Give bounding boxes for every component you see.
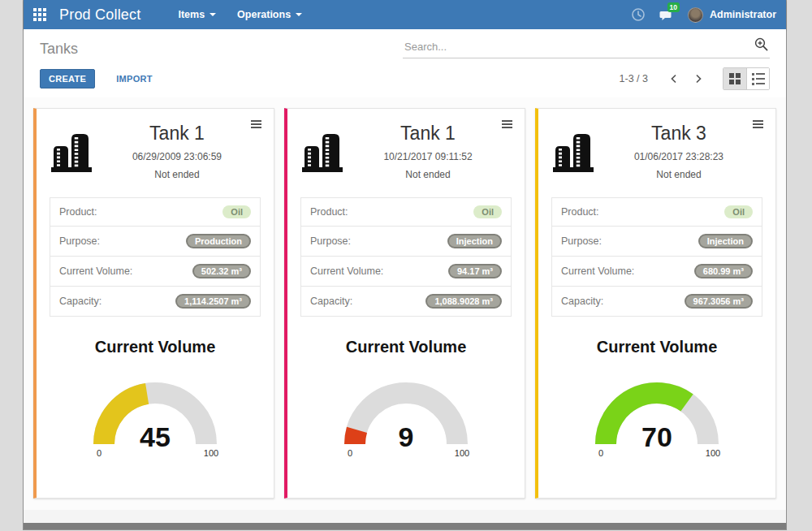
control-panel: Tanks Search... CREATE IMPORT 1-3 / 3 (24, 29, 786, 97)
menu-items[interactable]: Items (178, 9, 216, 20)
search-input[interactable]: Search... (403, 37, 770, 58)
pager-next-icon[interactable] (693, 73, 703, 84)
field-value-badge: Oil (724, 205, 753, 218)
field-row: Product:Oil (50, 198, 260, 227)
card-header: Tank 3 01/06/2017 23:28:23 Not ended (538, 109, 775, 180)
apps-grid-icon[interactable] (33, 8, 46, 21)
gauge-title: Current Volume (287, 338, 525, 356)
list-view-button[interactable] (746, 68, 769, 89)
gauge-min-label: 0 (598, 448, 603, 458)
tank-datetime: 06/29/2009 23:06:59 (93, 151, 261, 162)
nav-menus: Items Operations (178, 9, 302, 20)
card-header: Tank 1 10/21/2017 09:11:52 Not ended (287, 109, 525, 180)
view-switcher (723, 67, 770, 90)
field-row: Current Volume:502.32 m³ (50, 257, 260, 287)
import-link[interactable]: IMPORT (116, 74, 153, 84)
field-label: Purpose: (59, 235, 100, 247)
kanban-background (24, 510, 786, 523)
menu-operations[interactable]: Operations (237, 9, 302, 20)
navbar-right: 10 Administrator (631, 7, 776, 23)
field-label: Product: (310, 206, 348, 218)
field-value-badge: 967.3056 m³ (685, 294, 753, 309)
field-row: Current Volume:94.17 m³ (301, 257, 511, 287)
pager-range[interactable]: 1-3 / 3 (620, 73, 648, 84)
field-row: Purpose:Production (50, 227, 260, 257)
bottom-scrollbar[interactable] (24, 523, 786, 529)
field-value-badge: 1,114.2507 m³ (175, 294, 251, 309)
field-label: Capacity: (561, 296, 603, 307)
messages-icon[interactable]: 10 (659, 7, 675, 22)
list-icon (752, 73, 765, 85)
tank-icon (50, 128, 93, 175)
field-row: Product:Oil (301, 198, 511, 227)
pager-previous-icon[interactable] (669, 73, 679, 84)
field-label: Current Volume: (561, 266, 634, 277)
tank-icon (551, 128, 595, 175)
gauge-max-label: 100 (204, 448, 218, 458)
search-plus-icon[interactable] (754, 37, 768, 54)
tank-title: Tank 3 (595, 123, 762, 145)
avatar (688, 7, 703, 23)
tank-status: Not ended (93, 169, 261, 180)
tank-datetime: 01/06/2017 23:28:23 (595, 151, 762, 162)
field-value-badge: 1,088.9028 m³ (425, 294, 502, 309)
gauge-title: Current Volume (37, 338, 274, 356)
field-list: Product:OilPurpose:ProductionCurrent Vol… (50, 197, 261, 317)
field-row: Capacity:1,114.2507 m³ (50, 287, 260, 316)
tank-card[interactable]: Tank 1 06/29/2009 23:06:59 Not ended Pro… (33, 108, 274, 499)
page-title: Tanks (40, 41, 78, 58)
field-value-badge: Oil (222, 205, 251, 218)
gauge-max-label: 100 (706, 448, 720, 458)
field-list: Product:OilPurpose:InjectionCurrent Volu… (551, 197, 762, 317)
search-placeholder: Search... (404, 41, 447, 53)
menu-operations-label: Operations (237, 9, 291, 20)
field-value-badge: 94.17 m³ (448, 264, 502, 278)
field-value-badge: Production (186, 234, 251, 248)
gauge-min-label: 0 (97, 448, 102, 458)
kanban-view-button[interactable] (723, 68, 746, 89)
card-menu-icon[interactable] (499, 118, 515, 131)
field-label: Product: (561, 206, 599, 218)
gauge-value: 45 (140, 421, 171, 452)
app-window: Prod Collect Items Operations (23, 0, 787, 530)
field-label: Capacity: (59, 296, 102, 307)
app-title: Prod Collect (59, 6, 140, 24)
field-label: Purpose: (561, 235, 602, 247)
gauge-min-label: 0 (348, 448, 352, 458)
field-label: Current Volume: (310, 266, 383, 277)
card-menu-icon[interactable] (248, 118, 264, 131)
menu-items-label: Items (178, 9, 205, 20)
user-menu[interactable] (688, 7, 703, 23)
field-row: Purpose:Injection (552, 227, 762, 257)
gauge-chart: 45 0 100 (74, 363, 236, 459)
field-row: Capacity:967.3056 m³ (552, 287, 762, 316)
tank-card[interactable]: Tank 1 10/21/2017 09:11:52 Not ended Pro… (284, 108, 525, 499)
tank-card[interactable]: Tank 3 01/06/2017 23:28:23 Not ended Pro… (535, 108, 776, 499)
gauge-value: 9 (399, 421, 414, 452)
field-value-badge: Injection (447, 234, 502, 248)
card-menu-icon[interactable] (750, 118, 766, 131)
gauge-chart: 9 0 100 (325, 363, 487, 459)
top-navbar: Prod Collect Items Operations (24, 0, 786, 29)
tank-title: Tank 1 (93, 123, 261, 145)
gauge-chart: 70 0 100 (576, 363, 738, 459)
field-label: Product: (59, 206, 97, 218)
tank-status: Not ended (344, 169, 512, 180)
field-row: Purpose:Injection (301, 227, 511, 257)
gauge-value: 70 (641, 421, 672, 452)
field-label: Current Volume: (59, 266, 132, 277)
field-row: Current Volume:680.99 m³ (552, 257, 762, 287)
content-area: Tank 1 06/29/2009 23:06:59 Not ended Pro… (24, 97, 786, 529)
gauge-title: Current Volume (538, 338, 775, 356)
field-list: Product:OilPurpose:InjectionCurrent Volu… (300, 197, 512, 317)
tank-datetime: 10/21/2017 09:11:52 (344, 151, 512, 162)
create-button[interactable]: CREATE (40, 69, 95, 88)
kanban-icon (729, 73, 741, 84)
field-label: Purpose: (310, 235, 351, 247)
tank-icon (300, 128, 344, 175)
field-row: Product:Oil (552, 198, 762, 227)
chevron-down-icon (296, 13, 302, 16)
activities-clock-icon[interactable] (631, 7, 646, 22)
field-row: Capacity:1,088.9028 m³ (301, 287, 511, 316)
field-label: Capacity: (310, 296, 352, 307)
